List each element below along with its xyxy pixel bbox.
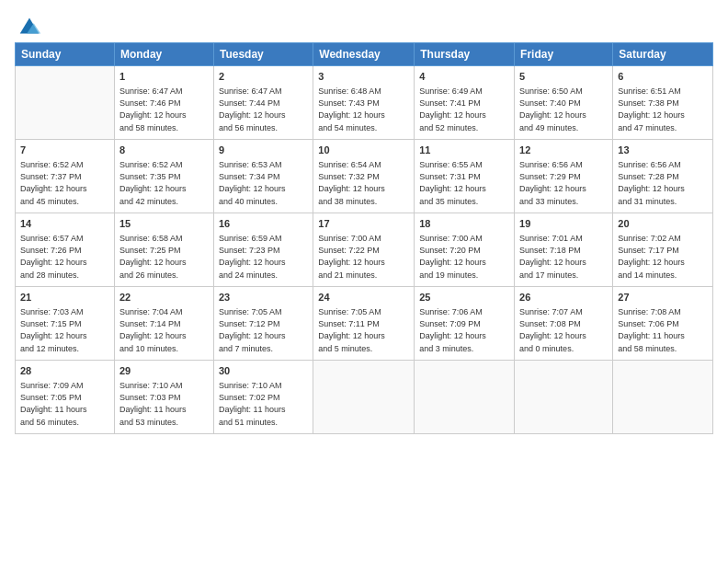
day-info: Sunrise: 7:00 AMSunset: 7:20 PMDaylight:…: [419, 233, 509, 281]
day-number: 14: [20, 217, 109, 231]
day-number: 22: [119, 291, 209, 304]
calendar-cell: 22Sunrise: 7:04 AMSunset: 7:14 PMDayligh…: [114, 287, 213, 361]
header: [15, 9, 713, 35]
day-info: Sunrise: 6:56 AMSunset: 7:29 PMDaylight:…: [519, 159, 608, 207]
day-number: 17: [318, 217, 409, 231]
day-info: Sunrise: 6:53 AMSunset: 7:34 PMDaylight:…: [219, 159, 308, 207]
day-info: Sunrise: 7:08 AMSunset: 7:06 PMDaylight:…: [618, 306, 708, 354]
day-number: 21: [20, 291, 109, 304]
calendar-cell: 15Sunrise: 6:58 AMSunset: 7:25 PMDayligh…: [114, 213, 213, 287]
calendar-week-row: 1Sunrise: 6:47 AMSunset: 7:46 PMDaylight…: [16, 66, 713, 140]
day-number: 11: [419, 144, 509, 157]
day-number: 18: [419, 217, 509, 231]
calendar-header-row: SundayMondayTuesdayWednesdayThursdayFrid…: [16, 43, 713, 66]
calendar-cell: 13Sunrise: 6:56 AMSunset: 7:28 PMDayligh…: [613, 140, 713, 213]
calendar-cell: 11Sunrise: 6:55 AMSunset: 7:31 PMDayligh…: [415, 140, 515, 213]
calendar-cell: 26Sunrise: 7:07 AMSunset: 7:08 PMDayligh…: [515, 287, 613, 361]
calendar-cell: 18Sunrise: 7:00 AMSunset: 7:20 PMDayligh…: [415, 213, 515, 287]
day-number: 13: [618, 144, 708, 157]
calendar-cell: 17Sunrise: 7:00 AMSunset: 7:22 PMDayligh…: [313, 213, 415, 287]
calendar-cell: 20Sunrise: 7:02 AMSunset: 7:17 PMDayligh…: [613, 213, 713, 287]
day-number: 19: [519, 217, 608, 231]
calendar-cell: 19Sunrise: 7:01 AMSunset: 7:18 PMDayligh…: [515, 213, 613, 287]
day-info: Sunrise: 6:52 AMSunset: 7:35 PMDaylight:…: [119, 159, 209, 207]
calendar-cell: [16, 66, 115, 140]
day-number: 5: [519, 70, 608, 84]
calendar-week-row: 7Sunrise: 6:52 AMSunset: 7:37 PMDaylight…: [16, 140, 713, 213]
calendar-cell: 9Sunrise: 6:53 AMSunset: 7:34 PMDaylight…: [213, 140, 313, 213]
day-number: 9: [219, 144, 308, 157]
calendar-cell: 25Sunrise: 7:06 AMSunset: 7:09 PMDayligh…: [415, 287, 515, 361]
calendar-cell: 10Sunrise: 6:54 AMSunset: 7:32 PMDayligh…: [313, 140, 415, 213]
calendar-cell: 21Sunrise: 7:03 AMSunset: 7:15 PMDayligh…: [16, 287, 115, 361]
day-header: Wednesday: [313, 43, 415, 66]
calendar-cell: 14Sunrise: 6:57 AMSunset: 7:26 PMDayligh…: [16, 213, 115, 287]
calendar-week-row: 14Sunrise: 6:57 AMSunset: 7:26 PMDayligh…: [16, 213, 713, 287]
day-number: 2: [219, 70, 308, 84]
day-header: Friday: [515, 43, 613, 66]
day-number: 7: [20, 144, 109, 157]
calendar-cell: 12Sunrise: 6:56 AMSunset: 7:29 PMDayligh…: [515, 140, 613, 213]
day-header: Saturday: [613, 43, 713, 66]
day-number: 28: [20, 364, 109, 378]
calendar-cell: 3Sunrise: 6:48 AMSunset: 7:43 PMDaylight…: [313, 66, 415, 140]
day-info: Sunrise: 6:47 AMSunset: 7:46 PMDaylight:…: [119, 86, 209, 133]
calendar-cell: [515, 361, 613, 434]
calendar-table: SundayMondayTuesdayWednesdayThursdayFrid…: [15, 42, 713, 434]
day-info: Sunrise: 7:04 AMSunset: 7:14 PMDaylight:…: [119, 306, 209, 354]
day-number: 6: [618, 70, 708, 84]
day-number: 3: [318, 70, 409, 84]
day-number: 25: [419, 291, 509, 304]
calendar-cell: 7Sunrise: 6:52 AMSunset: 7:37 PMDaylight…: [16, 140, 115, 213]
day-info: Sunrise: 7:00 AMSunset: 7:22 PMDaylight:…: [318, 233, 409, 281]
day-info: Sunrise: 7:05 AMSunset: 7:11 PMDaylight:…: [318, 306, 409, 354]
day-info: Sunrise: 6:57 AMSunset: 7:26 PMDaylight:…: [20, 233, 109, 281]
day-info: Sunrise: 7:03 AMSunset: 7:15 PMDaylight:…: [20, 306, 109, 354]
calendar-cell: 28Sunrise: 7:09 AMSunset: 7:05 PMDayligh…: [16, 361, 115, 434]
day-number: 26: [519, 291, 608, 304]
calendar-cell: 5Sunrise: 6:50 AMSunset: 7:40 PMDaylight…: [515, 66, 613, 140]
day-number: 29: [119, 364, 209, 378]
day-header: Sunday: [16, 43, 115, 66]
day-info: Sunrise: 6:56 AMSunset: 7:28 PMDaylight:…: [618, 159, 708, 207]
day-number: 1: [119, 70, 209, 84]
day-number: 15: [119, 217, 209, 231]
day-info: Sunrise: 7:01 AMSunset: 7:18 PMDaylight:…: [519, 233, 608, 281]
day-info: Sunrise: 7:07 AMSunset: 7:08 PMDaylight:…: [519, 306, 608, 354]
day-info: Sunrise: 7:10 AMSunset: 7:03 PMDaylight:…: [119, 380, 209, 428]
calendar-cell: 23Sunrise: 7:05 AMSunset: 7:12 PMDayligh…: [213, 287, 313, 361]
day-header: Monday: [114, 43, 213, 66]
day-info: Sunrise: 7:05 AMSunset: 7:12 PMDaylight:…: [219, 306, 308, 354]
day-info: Sunrise: 6:58 AMSunset: 7:25 PMDaylight:…: [119, 233, 209, 281]
day-number: 8: [119, 144, 209, 157]
day-number: 16: [219, 217, 308, 231]
calendar-body: 1Sunrise: 6:47 AMSunset: 7:46 PMDaylight…: [16, 66, 713, 434]
calendar-cell: 6Sunrise: 6:51 AMSunset: 7:38 PMDaylight…: [613, 66, 713, 140]
day-number: 12: [519, 144, 608, 157]
calendar-cell: 29Sunrise: 7:10 AMSunset: 7:03 PMDayligh…: [114, 361, 213, 434]
calendar-cell: [613, 361, 713, 434]
calendar-cell: 27Sunrise: 7:08 AMSunset: 7:06 PMDayligh…: [613, 287, 713, 361]
calendar-cell: 16Sunrise: 6:59 AMSunset: 7:23 PMDayligh…: [213, 213, 313, 287]
logo: [15, 13, 42, 35]
day-info: Sunrise: 6:59 AMSunset: 7:23 PMDaylight:…: [219, 233, 308, 281]
calendar-week-row: 28Sunrise: 7:09 AMSunset: 7:05 PMDayligh…: [16, 361, 713, 434]
day-info: Sunrise: 6:50 AMSunset: 7:40 PMDaylight:…: [519, 86, 608, 133]
day-number: 10: [318, 144, 409, 157]
calendar-cell: [313, 361, 415, 434]
day-info: Sunrise: 6:47 AMSunset: 7:44 PMDaylight:…: [219, 86, 308, 133]
calendar-cell: 8Sunrise: 6:52 AMSunset: 7:35 PMDaylight…: [114, 140, 213, 213]
logo-icon: [17, 13, 42, 39]
calendar-cell: [415, 361, 515, 434]
calendar-cell: 1Sunrise: 6:47 AMSunset: 7:46 PMDaylight…: [114, 66, 213, 140]
day-number: 23: [219, 291, 308, 304]
day-number: 4: [419, 70, 509, 84]
day-info: Sunrise: 7:10 AMSunset: 7:02 PMDaylight:…: [219, 380, 308, 428]
day-info: Sunrise: 6:55 AMSunset: 7:31 PMDaylight:…: [419, 159, 509, 207]
day-header: Tuesday: [213, 43, 313, 66]
calendar-cell: 30Sunrise: 7:10 AMSunset: 7:02 PMDayligh…: [213, 361, 313, 434]
day-number: 24: [318, 291, 409, 304]
calendar-cell: 2Sunrise: 6:47 AMSunset: 7:44 PMDaylight…: [213, 66, 313, 140]
calendar-week-row: 21Sunrise: 7:03 AMSunset: 7:15 PMDayligh…: [16, 287, 713, 361]
day-header: Thursday: [415, 43, 515, 66]
